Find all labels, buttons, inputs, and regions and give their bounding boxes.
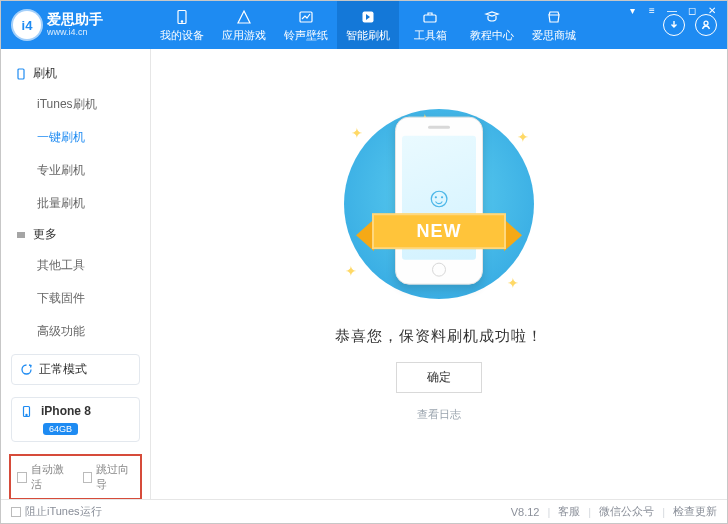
download-button[interactable] xyxy=(663,14,685,36)
checkbox-icon xyxy=(83,472,93,483)
sparkle-icon: ✦ xyxy=(507,275,519,291)
phone-illustration: ☺ xyxy=(395,117,483,285)
maximize-icon[interactable]: ◻ xyxy=(685,5,699,16)
brand-icon: i4 xyxy=(13,11,41,39)
sparkle-icon: ✦ xyxy=(351,125,363,141)
nav-label: 我的设备 xyxy=(160,28,204,43)
nav-label: 应用游戏 xyxy=(222,28,266,43)
support-link[interactable]: 客服 xyxy=(558,504,580,519)
nav-label: 教程中心 xyxy=(470,28,514,43)
sidebar-item-advanced[interactable]: 高级功能 xyxy=(1,315,150,348)
menu-icon[interactable]: ≡ xyxy=(645,5,659,16)
toolbox-icon xyxy=(421,8,439,26)
apps-icon xyxy=(235,8,253,26)
wechat-link[interactable]: 微信公众号 xyxy=(599,504,654,519)
sidebar-item-download-firmware[interactable]: 下载固件 xyxy=(1,282,150,315)
group-title: 更多 xyxy=(33,226,57,243)
nav-label: 工具箱 xyxy=(414,28,447,43)
sidebar-item-oneclick-flash[interactable]: 一键刷机 xyxy=(1,121,150,154)
tutorial-icon xyxy=(483,8,501,26)
wallpaper-icon xyxy=(297,8,315,26)
svg-rect-4 xyxy=(424,15,436,22)
window-controls: ▾ ≡ — ◻ ✕ xyxy=(625,5,719,16)
nav-ringtone-wallpaper[interactable]: 铃声壁纸 xyxy=(275,1,337,49)
app-window: ▾ ≡ — ◻ ✕ i4 爱思助手 www.i4.cn 我的设备 xyxy=(0,0,728,524)
brand-subtitle: www.i4.cn xyxy=(47,28,103,38)
sidebar-item-batch-flash[interactable]: 批量刷机 xyxy=(1,187,150,220)
checkbox-skip-wizard[interactable]: 跳过向导 xyxy=(83,462,135,492)
more-icon xyxy=(15,229,27,241)
nav-label: 铃声壁纸 xyxy=(284,28,328,43)
sidebar-item-other-tools[interactable]: 其他工具 xyxy=(1,249,150,282)
storage-badge: 64GB xyxy=(43,423,78,435)
success-illustration: ✦ ✦ ✦ ✦ ✦ ☺ NEW xyxy=(319,99,559,309)
sparkle-icon: ✦ xyxy=(345,263,357,279)
store-icon xyxy=(545,8,563,26)
top-nav: 我的设备 应用游戏 铃声壁纸 智能刷机 xyxy=(151,1,663,49)
checkbox-auto-activate[interactable]: 自动激活 xyxy=(17,462,69,492)
mode-box[interactable]: 正常模式 xyxy=(11,354,140,385)
svg-rect-6 xyxy=(18,69,24,79)
nav-toolbox[interactable]: 工具箱 xyxy=(399,1,461,49)
success-message: 恭喜您，保资料刷机成功啦！ xyxy=(335,327,543,346)
titlebar-right xyxy=(663,14,727,36)
svg-point-8 xyxy=(26,414,27,415)
nav-my-device[interactable]: 我的设备 xyxy=(151,1,213,49)
checkbox-label: 自动激活 xyxy=(31,462,69,492)
content: 刷机 iTunes刷机 一键刷机 专业刷机 批量刷机 更多 其他工具 下载固件 … xyxy=(1,49,727,499)
main-panel: ✦ ✦ ✦ ✦ ✦ ☺ NEW 恭喜您，保资料刷机成功啦！ 确定 查看日志 xyxy=(151,49,727,499)
nav-apps-games[interactable]: 应用游戏 xyxy=(213,1,275,49)
nav-store[interactable]: 爱思商城 xyxy=(523,1,585,49)
statusbar: 阻止iTunes运行 V8.12 | 客服 | 微信公众号 | 检查更新 xyxy=(1,499,727,523)
checkbox-icon xyxy=(11,507,21,517)
ribbon: NEW xyxy=(354,208,524,256)
shop-icon[interactable]: ▾ xyxy=(625,5,639,16)
sparkle-icon: ✦ xyxy=(517,129,529,145)
close-icon[interactable]: ✕ xyxy=(705,5,719,16)
mode-label: 正常模式 xyxy=(39,361,87,378)
nav-tutorial[interactable]: 教程中心 xyxy=(461,1,523,49)
device-icon xyxy=(20,405,33,418)
checkbox-label: 跳过向导 xyxy=(96,462,134,492)
sidebar-item-pro-flash[interactable]: 专业刷机 xyxy=(1,154,150,187)
brand-title: 爱思助手 xyxy=(47,12,103,27)
device-name: iPhone 8 xyxy=(41,404,91,418)
checkbox-icon xyxy=(17,472,27,483)
checkbox-block-itunes[interactable]: 阻止iTunes运行 xyxy=(11,504,102,519)
view-log-link[interactable]: 查看日志 xyxy=(417,407,461,422)
ribbon-text: NEW xyxy=(372,214,506,250)
highlight-options: 自动激活 跳过向导 xyxy=(9,454,142,500)
sidebar-group-more: 更多 xyxy=(1,220,150,249)
checkbox-label: 阻止iTunes运行 xyxy=(25,504,102,519)
sidebar-item-itunes-flash[interactable]: iTunes刷机 xyxy=(1,88,150,121)
device-icon xyxy=(173,8,191,26)
device-box[interactable]: iPhone 8 64GB xyxy=(11,397,140,442)
nav-label: 爱思商城 xyxy=(532,28,576,43)
nav-smart-flash[interactable]: 智能刷机 xyxy=(337,1,399,49)
svg-point-5 xyxy=(704,21,708,25)
minimize-icon[interactable]: — xyxy=(665,5,679,16)
sidebar: 刷机 iTunes刷机 一键刷机 专业刷机 批量刷机 更多 其他工具 下载固件 … xyxy=(1,49,151,499)
nav-label: 智能刷机 xyxy=(346,28,390,43)
brand: i4 爱思助手 www.i4.cn xyxy=(1,11,151,39)
phone-icon xyxy=(15,68,27,80)
refresh-icon xyxy=(20,363,33,376)
account-button[interactable] xyxy=(695,14,717,36)
sidebar-group-flash: 刷机 xyxy=(1,59,150,88)
group-title: 刷机 xyxy=(33,65,57,82)
confirm-button[interactable]: 确定 xyxy=(396,362,482,393)
titlebar: ▾ ≡ — ◻ ✕ i4 爱思助手 www.i4.cn 我的设备 xyxy=(1,1,727,49)
svg-point-1 xyxy=(181,20,182,21)
check-update-link[interactable]: 检查更新 xyxy=(673,504,717,519)
version-label: V8.12 xyxy=(511,506,540,518)
flash-icon xyxy=(359,8,377,26)
